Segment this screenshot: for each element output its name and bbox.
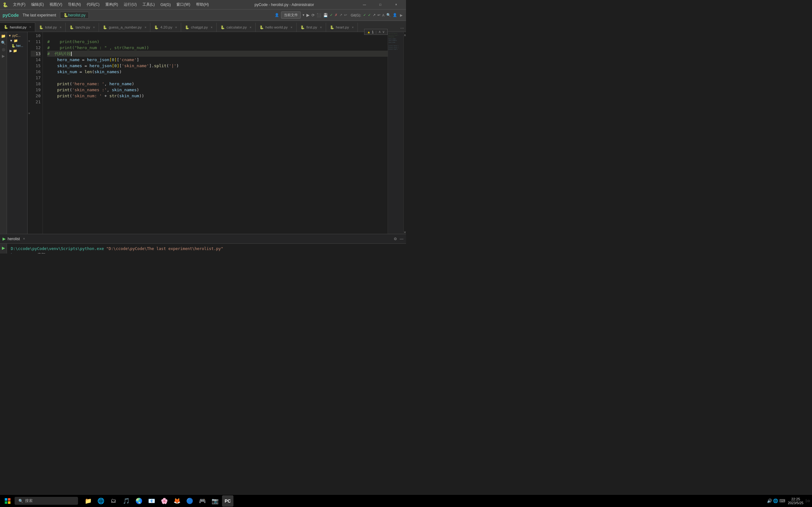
tab-label-first: first.py — [306, 25, 317, 29]
code-line-18: print('hero_name: ', hero_name) — [47, 81, 388, 87]
warning-icon: ▲ — [367, 30, 370, 34]
tab-close-chatgpt[interactable]: × — [211, 26, 212, 29]
toolbar-active-tab[interactable]: 🐍 herolist.py — [60, 12, 89, 19]
warning-down-icon[interactable]: ∨ — [382, 30, 385, 34]
translate-icon[interactable]: A — [382, 13, 385, 17]
tab-close-heart[interactable]: × — [352, 26, 354, 29]
code-line-12: # print("hero_num : " , str(hero_num)) — [47, 45, 388, 51]
menu-run[interactable]: 运行(U) — [121, 1, 139, 8]
scroll-up-icon[interactable]: ∧ — [404, 33, 406, 37]
git-arrow-icon[interactable]: ↗ — [373, 13, 375, 17]
git-check2-icon[interactable]: ✓ — [368, 13, 371, 17]
scrollbar-right[interactable]: ∧ ∨ — [403, 32, 406, 234]
run-tab-close-icon[interactable]: × — [23, 237, 25, 240]
explorer-icon[interactable]: 📁 — [1, 33, 6, 39]
tree-project[interactable]: ▼ pyC... — [7, 33, 27, 38]
tab-icon-tanchi: 🐍 — [69, 25, 74, 30]
tree-folder2[interactable]: ▶ 📁 — [7, 48, 27, 54]
run-panel-sidebar: ▶ ↩ ☰ ⬛ 🗑 ↗ — [0, 244, 7, 253]
tab-close-first[interactable]: × — [320, 26, 322, 29]
git-side-icon[interactable]: ◎ — [1, 47, 6, 52]
toolbar-breadcrumb: The last experiment — [22, 13, 56, 17]
run-rerun-icon[interactable]: ↩ — [1, 252, 6, 253]
run-play-icon[interactable]: ▶ — [1, 245, 6, 250]
tab-label-guess: guess_a_number.py — [109, 25, 142, 29]
menu-tools[interactable]: 工具(L) — [140, 1, 157, 8]
git-check1-icon[interactable]: ✓ — [363, 13, 366, 17]
tab-helloworld[interactable]: 🐍 hello world.py × — [256, 23, 297, 32]
run-icon[interactable]: ▶ — [306, 13, 310, 17]
tab-herolist[interactable]: 🐍 herolist.py × — [0, 22, 35, 32]
toolbar-tab-icon: 🐍 — [63, 13, 68, 17]
tab-icon-420: 🐍 — [154, 25, 159, 30]
run-status-icon: ▶ — [3, 236, 6, 241]
run-settings-icon[interactable]: ⚙ — [394, 237, 397, 241]
toolbar-brand: pyCode — [3, 13, 19, 18]
tab-first[interactable]: 🐍 first.py × — [297, 23, 326, 32]
run-tab-label[interactable]: herolist — [8, 237, 20, 241]
line-numbers: 10 11 12 13 14 15 16 17 18 19 20 21 — [31, 32, 43, 234]
menu-help[interactable]: 帮助(H) — [194, 1, 212, 8]
git-undo-icon[interactable]: ↩ — [377, 13, 380, 17]
tab-close-tanchi[interactable]: × — [93, 26, 95, 29]
close-button[interactable]: × — [389, 0, 403, 9]
rerun-icon[interactable]: ⟳ — [311, 13, 315, 17]
code-line-14: hero_name = hero_json[0]['cname'] — [47, 57, 388, 63]
arrow-up-icon[interactable]: ↗ — [339, 13, 342, 17]
tab-close-herolist[interactable]: × — [29, 25, 31, 29]
tab-close-total[interactable]: × — [60, 26, 61, 29]
toolbar-settings-icon[interactable]: 👤 — [275, 13, 279, 17]
check-icon[interactable]: ✓ — [330, 13, 333, 17]
menu-git[interactable]: Git(G) — [158, 2, 173, 8]
undo-icon[interactable]: ↩ — [344, 13, 347, 17]
tabs-overflow-icon[interactable]: ⋯ — [398, 25, 406, 32]
warning-up-icon[interactable]: ∧ — [378, 30, 381, 34]
tree-folder1[interactable]: ▼ 📁 — [7, 38, 27, 43]
menu-file[interactable]: 文件(F) — [10, 1, 28, 8]
warning-bar: ▲ 1 | ∧ ∨ — [364, 29, 388, 35]
tab-icon-first: 🐍 — [300, 25, 305, 30]
scroll-down-icon[interactable]: ∨ — [404, 230, 406, 234]
minimize-button[interactable]: — — [357, 0, 372, 9]
tab-calculator[interactable]: 🐍 calculator.py × — [217, 23, 256, 32]
warning-separator: | — [375, 30, 376, 34]
tab-heart[interactable]: 🐍 heart.py × — [326, 23, 358, 32]
tab-420[interactable]: 🐍 4.20.py × — [150, 23, 181, 32]
menu-edit[interactable]: 编辑(E) — [29, 1, 46, 8]
tab-close-420[interactable]: × — [175, 26, 177, 29]
stop-icon[interactable]: ⬛ — [316, 13, 321, 17]
tab-tanchi[interactable]: 🐍 tanchi.py × — [66, 23, 99, 32]
code-editor[interactable]: ▼ ▼ 10 11 12 13 14 15 16 17 18 19 — [28, 32, 406, 234]
search-side-icon[interactable]: 🔍 — [1, 40, 6, 46]
menu-view[interactable]: 视图(V) — [47, 1, 65, 8]
toolbar-dropdown-icon[interactable]: ▾ — [303, 13, 305, 17]
maximize-button[interactable]: □ — [373, 0, 388, 9]
run-hero-value: 康颜 — [37, 252, 45, 253]
menu-refactor[interactable]: 重构(R) — [103, 1, 121, 8]
play-icon[interactable]: ► — [399, 13, 403, 18]
warning-count: 1 — [372, 30, 374, 34]
current-file-button[interactable]: 当前文件 — [281, 11, 301, 19]
code-line-21 — [47, 99, 388, 105]
cross-icon[interactable]: ✗ — [335, 13, 338, 17]
tab-close-calculator[interactable]: × — [250, 26, 252, 29]
run-cmd-path: "D:\ccode\pyCode\The last experiment\her… — [106, 246, 223, 251]
run-minimize-icon[interactable]: — — [400, 237, 403, 241]
save-icon[interactable]: 💾 — [323, 13, 328, 17]
code-content[interactable]: # print(hero_json) # print("hero_num : "… — [43, 32, 388, 234]
user-icon[interactable]: 👤 — [393, 13, 397, 17]
tab-close-helloworld[interactable]: × — [291, 26, 293, 29]
tab-close-guess[interactable]: × — [145, 26, 147, 29]
run-hero-label: hero_name: — [11, 252, 37, 253]
search-toolbar-icon[interactable]: 🔍 — [386, 13, 391, 17]
tab-guess[interactable]: 🐍 guess_a_number.py × — [99, 23, 150, 32]
menu-nav[interactable]: 导航(N) — [65, 1, 84, 8]
tab-label-tanchi: tanchi.py — [75, 25, 90, 29]
menu-window[interactable]: 窗口(W) — [174, 1, 193, 8]
tab-total[interactable]: 🐍 total.py × — [35, 23, 66, 32]
tab-chatgpt[interactable]: 🐍 chatgpt.py × — [181, 23, 217, 32]
minimap: #print(hero) #print("num") #代码片段 hero_na… — [388, 32, 403, 234]
tree-file1[interactable]: 🐍 her... — [7, 43, 27, 48]
menu-code[interactable]: 代码(C) — [84, 1, 102, 8]
debug-side-icon[interactable]: ▶ — [1, 53, 6, 59]
